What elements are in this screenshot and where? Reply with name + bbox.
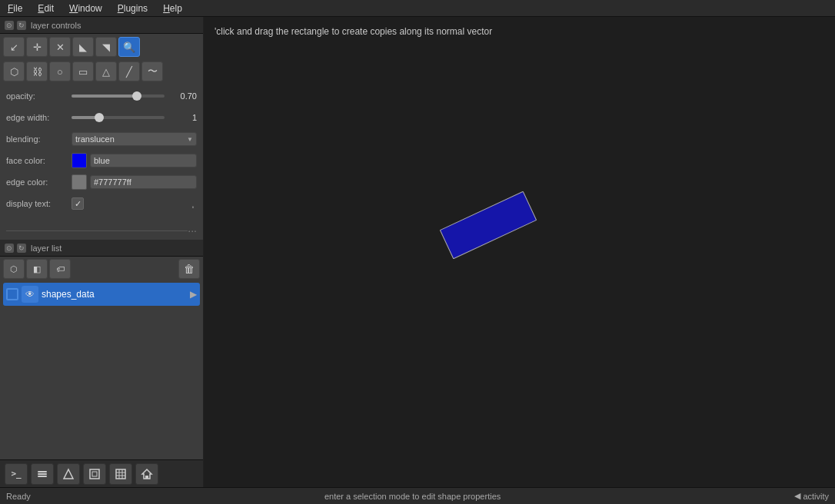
line-tool-btn[interactable]: ╱ [118,61,140,81]
svg-rect-4 [90,469,99,479]
triangle-tool-btn[interactable]: △ [95,61,117,81]
activity-icon: ◀ [794,491,800,501]
grid-btn[interactable] [109,463,132,485]
layer-list-header: ⊙ ↻ layer list [0,240,203,257]
panel-refresh-icon[interactable]: ↻ [17,21,26,30]
tool-row-2: ⬡ ⛓ ○ ▭ △ ╱ 〜 [0,60,203,83]
path-tool-btn[interactable]: 〜 [141,61,163,81]
canvas-area[interactable]: 'click and drag the rectangle to create … [204,17,835,487]
svg-rect-0 [38,471,47,472]
layer-type-btn[interactable]: ◧ [26,259,48,279]
circle-tool-btn[interactable]: ○ [49,61,71,81]
import-btn[interactable] [83,463,106,485]
layer-controls-header: ⊙ ↻ layer controls [0,17,203,34]
activity-btn[interactable]: ◀ activity [794,491,829,501]
face-color-row: face color: blue [6,152,197,169]
list-refresh-icon[interactable]: ↻ [17,244,26,253]
layer-controls-section: ⊙ ↻ layer controls ↙ ✛ ✕ ◣ ◥ 🔍 ⬡ ⛓ ○ ▭ △ [0,17,203,240]
panel-pin-icon[interactable]: ⊙ [5,21,14,30]
edge-width-row: edge width: 1 [6,109,197,126]
svg-rect-2 [38,476,47,477]
shapes-btn[interactable] [57,463,80,485]
edge-color-swatch[interactable] [72,174,87,190]
list-pin-icon[interactable]: ⊙ [5,244,14,253]
svg-rect-1 [38,473,47,475]
menu-help[interactable]: Help [155,2,190,15]
menu-file[interactable]: File [0,2,30,15]
terminal-btn[interactable]: >_ [5,463,28,485]
delete-tool-btn[interactable]: ✕ [49,37,71,57]
main-area: ⊙ ↻ layer controls ↙ ✛ ✕ ◣ ◥ 🔍 ⬡ ⛓ ○ ▭ △ [0,17,835,487]
divider-left [6,230,188,231]
blending-select[interactable]: translucen opaque additive [72,132,197,146]
svg-marker-3 [64,469,73,479]
blue-rectangle[interactable] [440,191,537,260]
blending-label: blending: [6,134,72,144]
svg-rect-5 [92,472,97,476]
status-bar: Ready enter a selection mode to edit sha… [0,487,835,504]
home-btn[interactable] [135,463,158,485]
display-text-label: display text: [6,199,72,208]
add-layer-btn[interactable]: ⬡ [3,259,25,279]
display-text-checkbox[interactable]: ✓ [72,197,84,210]
blending-select-wrapper: translucen opaque additive [72,132,197,146]
status-center-message: enter a selection mode to edit shape pro… [324,492,501,501]
edge-width-value: 1 [168,113,197,122]
svg-rect-10 [116,469,125,479]
props-area: opacity: 0.70 edge width: [0,83,203,221]
delete-layer-btn[interactable]: 🗑 [178,259,200,279]
opacity-slider[interactable] [72,94,165,98]
edge-width-slider[interactable] [72,116,165,119]
select2-tool-btn[interactable]: ◥ [95,37,117,57]
layer-name: shapes_data [42,289,187,300]
layer-color-dot [6,288,18,300]
opacity-slider-fill [72,94,137,98]
edge-width-slider-thumb[interactable] [95,113,104,122]
canvas-hint: 'click and drag the rectangle to create … [215,26,492,37]
status-ready: Ready [6,492,31,501]
layer-visibility-btn[interactable]: 👁 [22,286,38,303]
layer-controls-title: layer controls [31,21,81,30]
shape-container[interactable] [442,209,534,241]
vert-dots[interactable]: ··· [186,205,200,206]
opacity-label: opacity: [6,91,72,101]
edge-color-row: edge color: #777777ff [6,174,197,191]
face-color-label: face color: [6,156,72,165]
svg-rect-12 [145,476,148,479]
edge-color-text[interactable]: #777777ff [90,175,197,189]
link-tool-btn[interactable]: ⛓ [26,61,48,81]
select1-tool-btn[interactable]: ◣ [72,37,94,57]
opacity-row: opacity: 0.70 [6,88,197,104]
activity-label: activity [803,492,829,501]
move-tool-btn[interactable]: ↙ [3,37,25,57]
edge-color-label: edge color: [6,177,72,187]
opacity-slider-thumb[interactable] [132,91,141,101]
add-tool-btn[interactable]: ✛ [26,37,48,57]
bottom-toolbar: >_ [0,459,203,487]
search-tool-btn[interactable]: 🔍 [118,37,140,57]
more-dots-btn[interactable]: ··· [188,223,197,238]
layers-btn[interactable] [31,463,54,485]
opacity-value: 0.70 [168,91,197,101]
face-color-swatch[interactable] [72,153,87,168]
layer-list-toolbar: ⬡ ◧ 🏷 🗑 [0,257,203,281]
menu-window[interactable]: Window [62,2,110,15]
node-tool-btn[interactable]: ⬡ [3,61,25,81]
rect-tool-btn[interactable]: ▭ [72,61,94,81]
layer-expand-btn[interactable]: ▶ [190,289,197,300]
edge-width-slider-container: 1 [72,113,197,122]
menu-plugins[interactable]: Plugins [110,2,155,15]
face-color-container: blue [72,153,197,168]
display-text-row: display text: ✓ [6,195,197,212]
label-btn[interactable]: 🏷 [49,259,71,279]
menu-bar: File Edit Window Plugins Help [0,0,835,17]
blending-row: blending: translucen opaque additive [6,131,197,148]
left-panel: ⊙ ↻ layer controls ↙ ✛ ✕ ◣ ◥ 🔍 ⬡ ⛓ ○ ▭ △ [0,17,204,487]
more-row: ··· [0,221,203,240]
face-color-text[interactable]: blue [90,154,197,167]
layer-item[interactable]: 👁 shapes_data ▶ [3,283,200,306]
menu-edit[interactable]: Edit [30,2,62,15]
opacity-slider-container: 0.70 [72,91,197,101]
tool-row-1: ↙ ✛ ✕ ◣ ◥ 🔍 [0,34,203,60]
edge-width-label: edge width: [6,113,72,122]
